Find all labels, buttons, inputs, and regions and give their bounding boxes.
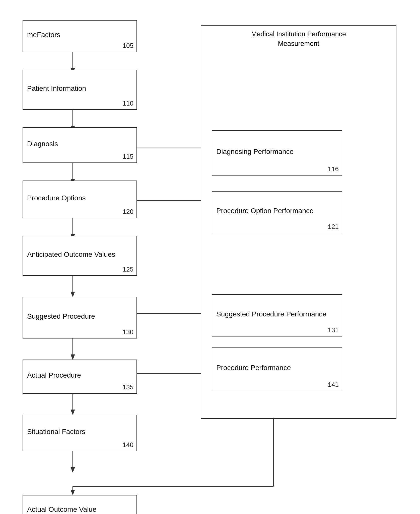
procedure-option-perf-number: 121 <box>328 223 339 231</box>
diagnosing-perf-box: Diagnosing Performance 116 <box>212 130 342 176</box>
suggested-proc-perf-label: Suggested Procedure Performance <box>216 310 326 319</box>
diagnosis-box: Diagnosis 115 <box>23 127 137 163</box>
situational-factors-number: 140 <box>123 441 133 449</box>
diagnosing-perf-number: 116 <box>328 165 339 173</box>
situational-factors-label: Situational Factors <box>27 427 85 436</box>
diagnosing-perf-label: Diagnosing Performance <box>216 147 294 156</box>
procedure-options-label: Procedure Options <box>27 194 86 203</box>
procedure-perf-label: Procedure Performance <box>216 363 291 372</box>
suggested-proc-perf-number: 131 <box>328 326 339 334</box>
suggested-procedure-box: Suggested Procedure 130 <box>23 297 137 338</box>
mefactors-box: meFactors 105 <box>23 20 137 52</box>
patient-info-label: Patient Information <box>27 84 86 93</box>
svg-marker-33 <box>71 490 75 495</box>
actual-procedure-box: Actual Procedure 135 <box>23 360 137 394</box>
svg-marker-9 <box>71 292 75 297</box>
mefactors-number: 105 <box>123 42 133 50</box>
anticipated-outcome-label: Anticipated Outcome Values <box>27 250 115 259</box>
procedure-options-number: 120 <box>123 208 133 216</box>
patient-info-box: Patient Information 110 <box>23 70 137 110</box>
svg-marker-13 <box>71 410 75 415</box>
diagnosis-number: 115 <box>123 153 133 160</box>
outer-box-label: Medical Institution PerformanceMeasureme… <box>201 30 396 49</box>
anticipated-outcome-number: 125 <box>123 266 133 273</box>
procedure-option-perf-box: Procedure Option Performance 121 <box>212 191 342 233</box>
suggested-procedure-label: Suggested Procedure <box>27 312 95 321</box>
procedure-perf-number: 141 <box>328 381 339 389</box>
diagram-container: meFactors 105 Patient Information 110 Di… <box>0 0 420 514</box>
suggested-procedure-number: 130 <box>123 328 133 336</box>
actual-outcome-label: Actual Outcome Value <box>27 505 97 514</box>
actual-procedure-number: 135 <box>123 383 133 391</box>
svg-marker-11 <box>71 355 75 360</box>
procedure-options-box: Procedure Options 120 <box>23 181 137 218</box>
patient-info-number: 110 <box>123 100 133 107</box>
svg-marker-15 <box>71 467 75 472</box>
situational-factors-box: Situational Factors 140 <box>23 415 137 451</box>
actual-outcome-box: Actual Outcome Value 145 <box>23 495 137 514</box>
actual-procedure-label: Actual Procedure <box>27 371 81 380</box>
mefactors-label: meFactors <box>27 30 60 39</box>
diagnosis-label: Diagnosis <box>27 139 58 148</box>
procedure-option-perf-label: Procedure Option Performance <box>216 206 314 215</box>
suggested-proc-perf-box: Suggested Procedure Performance 131 <box>212 294 342 336</box>
procedure-perf-box: Procedure Performance 141 <box>212 347 342 391</box>
anticipated-outcome-box: Anticipated Outcome Values 125 <box>23 236 137 276</box>
